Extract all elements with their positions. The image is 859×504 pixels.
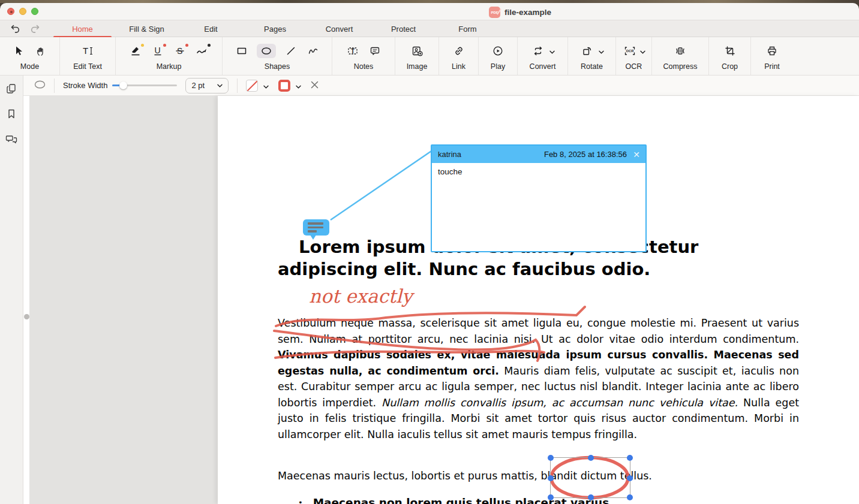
resize-handle-middle-left[interactable] (548, 475, 554, 481)
comment-popup[interactable]: katrina Feb 8, 2025 at 16:38:56 ✕ touche (431, 144, 647, 252)
play-icon[interactable] (491, 44, 505, 58)
fill-color-swatch[interactable] (246, 80, 258, 92)
window-title-group: PDF file-example (489, 7, 551, 18)
convert-icon[interactable] (531, 44, 545, 58)
annotation-selection-box[interactable] (550, 457, 630, 498)
text-box-icon[interactable]: T (346, 44, 360, 58)
stroke-width-select[interactable]: 2 pt (185, 78, 229, 93)
toolbar-group-label: OCR (626, 62, 642, 71)
toolbar-group-crop: Crop (709, 37, 751, 75)
tab-pages[interactable]: Pages (243, 20, 307, 37)
resize-handle-top-right[interactable] (627, 455, 633, 461)
para1-italic: Nullam mollis convallis ipsum, ac accums… (382, 397, 738, 409)
draw-pen-icon[interactable] (195, 44, 209, 58)
tab-fill-and-sign[interactable]: Fill & Sign (115, 20, 179, 37)
comment-body-text[interactable]: touche (432, 163, 645, 180)
chevron-down-icon[interactable] (549, 46, 555, 56)
hand-tool-icon[interactable] (34, 44, 48, 58)
toolbar-group-label: Convert (530, 62, 556, 71)
chevron-down-icon[interactable] (640, 46, 645, 56)
underline-color-dot (163, 44, 166, 47)
toolbar-group-label: Notes (354, 62, 374, 71)
comment-icon-line (308, 222, 323, 225)
comment-close-icon[interactable]: ✕ (632, 150, 641, 159)
slider-knob[interactable] (119, 82, 127, 89)
panel-resizer[interactable] (23, 96, 29, 504)
annotations-panel-icon[interactable] (5, 132, 18, 146)
underline-icon[interactable]: U (151, 44, 165, 58)
edit-text-icon[interactable]: T (80, 44, 95, 58)
select-cursor-icon[interactable] (11, 44, 26, 58)
divider (54, 79, 55, 93)
close-window-button[interactable] (7, 8, 14, 15)
rectangle-shape-icon[interactable] (235, 44, 249, 58)
sidebar-icon-strip (0, 76, 23, 504)
traffic-lights (7, 8, 38, 15)
toolbar-group-label: Shapes (265, 62, 290, 71)
thumbnails-panel-icon[interactable] (5, 82, 18, 95)
toolbar-group-label: Compress (663, 62, 698, 71)
toolbar-group-play: Play (479, 37, 518, 75)
close-properties-icon[interactable] (311, 80, 319, 91)
minimize-window-button[interactable] (19, 8, 26, 15)
resize-handle-top-left[interactable] (548, 455, 554, 461)
handwritten-annotation[interactable]: not exactly (309, 285, 413, 307)
tab-protect[interactable]: Protect (371, 20, 435, 37)
thumbnails-panel (29, 96, 218, 504)
toolbar-group-rotate: Rotate (568, 37, 616, 75)
pdf-file-icon: PDF (489, 7, 500, 18)
svg-text:T: T (351, 48, 355, 55)
para1-regular: Vestibulum neque massa, scelerisque sit … (278, 317, 799, 345)
compress-icon[interactable] (673, 44, 687, 58)
undo-icon[interactable] (7, 22, 23, 35)
highlight-icon[interactable] (128, 44, 143, 58)
chevron-down-icon (217, 84, 223, 87)
toolbar-group-image: Image (395, 37, 439, 75)
line-shape-icon[interactable] (284, 44, 298, 58)
content-area: Lorem ipsum dolor sit amet, consectetur … (23, 96, 859, 504)
bullet-marker: • (298, 498, 303, 504)
chevron-down-icon[interactable] (263, 80, 269, 91)
print-icon[interactable] (765, 44, 779, 58)
comment-note-icon[interactable] (368, 44, 382, 58)
ocr-icon-text: OCR (626, 49, 634, 53)
oval-shape-icon[interactable] (257, 44, 276, 58)
shape-properties-bar: Stroke Width 2 pt (23, 76, 859, 96)
bookmarks-panel-icon[interactable] (5, 107, 18, 120)
toolbar-group-edit-text: T Edit Text (60, 37, 116, 75)
resize-handle-bottom-middle[interactable] (588, 494, 594, 500)
toolbar-group-label: Play (491, 62, 505, 71)
window-title: file-example (504, 8, 551, 17)
fullscreen-window-button[interactable] (31, 8, 38, 15)
strikethrough-icon[interactable]: S (173, 44, 187, 58)
main-toolbar: Mode T Edit Text U S (0, 37, 859, 76)
redo-icon[interactable] (28, 22, 43, 35)
document-paragraph-1: Vestibulum neque massa, scelerisque sit … (278, 315, 799, 442)
tab-convert[interactable]: Convert (307, 20, 371, 37)
crop-icon[interactable] (723, 44, 737, 58)
panel-resize-handle[interactable] (24, 314, 29, 319)
stroke-color-swatch[interactable] (278, 80, 290, 92)
toolbar-group-label: Crop (722, 62, 738, 71)
divider (237, 79, 238, 93)
chevron-down-icon[interactable] (599, 46, 604, 56)
toolbar-spacer (793, 37, 859, 75)
rotate-icon[interactable] (580, 44, 594, 58)
scribble-shape-icon[interactable] (306, 44, 320, 58)
tab-form[interactable]: Form (435, 20, 500, 37)
draw-color-dot (208, 44, 211, 47)
tab-edit[interactable]: Edit (179, 20, 243, 37)
stroke-width-slider[interactable] (112, 84, 177, 86)
resize-handle-bottom-right[interactable] (627, 494, 633, 500)
resize-handle-bottom-left[interactable] (548, 494, 554, 500)
resize-handle-middle-right[interactable] (627, 475, 633, 481)
comment-popup-header[interactable]: katrina Feb 8, 2025 at 16:38:56 ✕ (432, 146, 645, 163)
add-image-icon[interactable] (410, 44, 424, 58)
comment-annotation-icon[interactable] (303, 219, 329, 236)
ocr-icon[interactable]: OCR (623, 44, 637, 58)
tab-home[interactable]: Home (50, 20, 115, 37)
link-icon[interactable] (452, 44, 466, 58)
comment-timestamp: Feb 8, 2025 at 16:38:56 (544, 150, 627, 159)
resize-handle-top-middle[interactable] (588, 455, 594, 461)
chevron-down-icon[interactable] (296, 80, 301, 91)
